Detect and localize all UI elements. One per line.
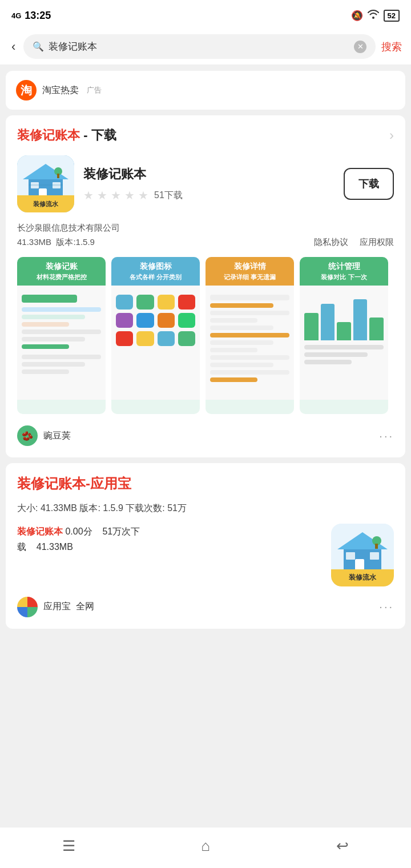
source-info: 🫘 豌豆荚 <box>17 425 71 446</box>
back-button[interactable]: ‹ <box>9 37 18 57</box>
source-logo-wandoujia: 🫘 <box>17 425 38 446</box>
app-icon: 装修流水 <box>17 155 74 212</box>
app-details: 装修记账本 ★ ★ ★ ★ ★ 51下载 <box>83 166 335 202</box>
downloads-text: 51万次下 <box>102 527 140 536</box>
app-name: 装修记账本 <box>83 166 335 183</box>
app-icon-banner-text: 装修流水 <box>17 195 74 212</box>
second-app-desc: 装修记账本 0.00分 51万次下 载 41.33MB <box>17 524 322 554</box>
first-result-card: 装修记账本 - 下载 › <box>6 115 405 457</box>
screenshot-2[interactable]: 装修图标 各式各样 分开类别 <box>111 257 200 414</box>
second-app-row: 装修记账本 0.00分 51万次下 载 41.33MB <box>17 524 394 586</box>
more-options-button[interactable]: ··· <box>379 429 394 443</box>
second-result-card: 装修记账本-应用宝 大小: 41.33MB 版本: 1.5.9 下载次数: 51… <box>6 463 405 629</box>
second-app-name-inline: 装修记账本 <box>17 527 63 536</box>
second-source-name: 应用宝 全网 <box>43 601 94 613</box>
second-result-title[interactable]: 装修记账本-应用宝 <box>17 475 394 493</box>
status-left: 4G 13:25 <box>11 10 51 22</box>
card-title-row[interactable]: 装修记账本 - 下载 › <box>17 127 394 144</box>
nav-home-button[interactable]: ⌂ <box>137 837 274 855</box>
clear-search-button[interactable]: ✕ <box>354 41 366 53</box>
taobao-logo: 淘 <box>16 80 37 101</box>
bell-icon: 🔕 <box>351 10 363 22</box>
nav-back-button[interactable]: ↩ <box>274 837 411 855</box>
svg-rect-12 <box>370 552 379 560</box>
second-app-icon-banner: 装修流水 <box>331 569 394 586</box>
search-input-wrapper[interactable]: 🔍 装修记账本 ✕ <box>23 34 376 59</box>
search-icon: 🔍 <box>33 41 44 52</box>
permissions-link[interactable]: 应用权限 <box>360 237 394 248</box>
svg-rect-14 <box>375 544 378 549</box>
source-name-wandoujia: 豌豆荚 <box>43 430 71 442</box>
star-3: ★ <box>111 188 121 202</box>
search-bar: ‹ 🔍 装修记账本 ✕ 搜索 <box>0 29 411 65</box>
ad-label: 广告 <box>87 85 102 95</box>
second-more-options-button[interactable]: ··· <box>379 600 394 613</box>
app-info-row: 装修流水 装修记账本 ★ ★ ★ ★ ★ 51下载 下载 <box>17 155 394 212</box>
screenshot-1-header: 装修记账 材料花费严格把控 <box>17 257 106 286</box>
screenshot-1[interactable]: 装修记账 材料花费严格把控 <box>17 257 106 414</box>
app-meta-row: 41.33MB 版本:1.5.9 隐私协议 应用权限 <box>17 237 394 248</box>
screenshot-1-body <box>17 286 106 400</box>
card-title-black: - 下载 <box>83 128 116 142</box>
time-display: 13:25 <box>25 10 51 22</box>
score-text: 0.00分 <box>65 527 92 536</box>
nav-menu-button[interactable]: ☰ <box>0 837 137 855</box>
battery-icon: 52 <box>384 10 400 22</box>
second-source-row: 应用宝 全网 ··· <box>17 597 394 617</box>
screenshot-4-header: 统计管理 装修对比 下一次 <box>300 257 388 286</box>
star-4: ★ <box>124 188 135 202</box>
screenshot-3[interactable]: 装修详情 记录详细 事无遗漏 <box>206 257 294 414</box>
download-count: 51下载 <box>154 190 183 202</box>
chevron-right-icon[interactable]: › <box>389 127 394 143</box>
network-indicator: 4G <box>11 11 21 20</box>
screenshot-2-header: 装修图标 各式各样 分开类别 <box>111 257 200 286</box>
source-row: 🫘 豌豆荚 ··· <box>17 425 394 446</box>
second-app-icon: 装修流水 <box>331 524 394 586</box>
second-size-text: 41.33MB <box>37 542 73 552</box>
app-size-version: 41.33MB 版本:1.5.9 <box>17 237 95 248</box>
second-app-desc-text: 装修记账本 0.00分 51万次下 载 41.33MB <box>17 524 322 554</box>
status-right: 🔕 52 <box>351 10 400 22</box>
svg-rect-6 <box>57 174 59 178</box>
screenshot-3-body <box>206 286 294 400</box>
stars-row: ★ ★ ★ ★ ★ 51下载 <box>83 188 335 202</box>
search-button[interactable]: 搜索 <box>381 40 402 54</box>
screenshot-4-body <box>300 286 388 400</box>
card-title: 装修记账本 - 下载 <box>17 127 116 144</box>
star-1: ★ <box>83 188 94 202</box>
star-5: ★ <box>138 188 148 202</box>
second-source-info: 应用宝 全网 <box>17 597 94 617</box>
ad-text: 淘宝热卖 <box>42 85 79 97</box>
app-company: 长沙泉眼信息技术有限公司 <box>17 223 394 234</box>
star-2: ★ <box>97 188 107 202</box>
second-house-svg <box>331 529 394 575</box>
ad-banner[interactable]: 淘 淘宝热卖 广告 <box>6 71 405 110</box>
downloads-text2: 载 <box>17 542 26 552</box>
privacy-link[interactable]: 隐私协议 <box>314 237 348 248</box>
screenshot-2-body <box>111 286 200 400</box>
second-result-meta: 大小: 41.33MB 版本: 1.5.9 下载次数: 51万 <box>17 501 394 516</box>
card-title-red: 装修记账本 <box>17 128 80 142</box>
screenshot-4[interactable]: 统计管理 装修对比 下一次 <box>300 257 388 414</box>
search-query-text: 装修记账本 <box>49 40 349 53</box>
download-button[interactable]: 下载 <box>344 168 394 200</box>
screenshots-carousel[interactable]: 装修记账 材料花费严格把控 <box>17 257 394 414</box>
wifi-icon <box>368 10 379 21</box>
svg-rect-11 <box>346 552 355 560</box>
status-bar: 4G 13:25 🔕 52 <box>0 0 411 29</box>
bottom-navigation: ☰ ⌂ ↩ <box>0 827 411 868</box>
meta-links: 隐私协议 应用权限 <box>314 237 394 248</box>
screenshot-3-header: 装修详情 记录详细 事无遗漏 <box>206 257 294 286</box>
yingyongbao-logo <box>17 597 38 617</box>
